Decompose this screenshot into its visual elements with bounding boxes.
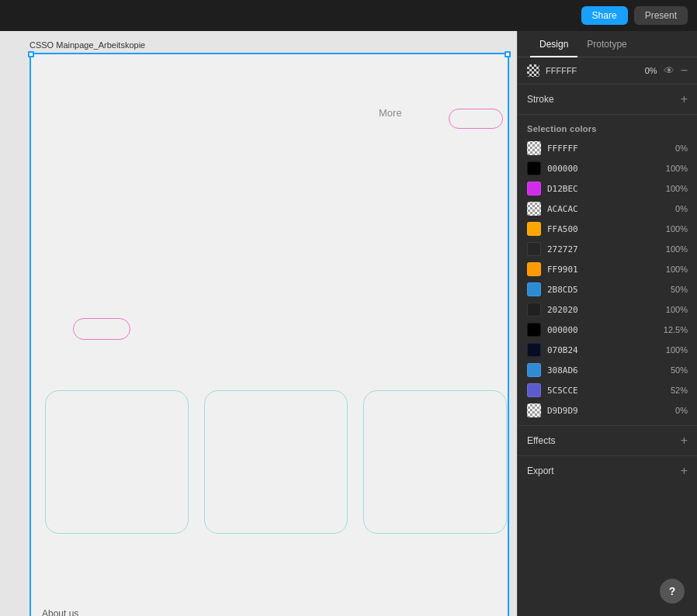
sc-hex-1: 000000	[547, 164, 660, 174]
sc-opacity-2: 100%	[666, 184, 688, 193]
sc-opacity-10: 100%	[666, 345, 688, 355]
sc-swatch-7	[527, 282, 541, 296]
canvas-content: More About us Team CSSO	[29, 53, 509, 616]
fill-hex: FFFFFF	[546, 66, 639, 75]
add-effect-icon[interactable]: +	[681, 434, 688, 448]
pill-large[interactable]	[449, 109, 503, 129]
panel-tabs: Design Prototype	[518, 31, 697, 57]
selection-colors-list: FFFFFF0%000000100%D12BEC100%ACACAC0%FFA5…	[518, 138, 697, 420]
remove-fill-icon[interactable]: −	[681, 64, 688, 78]
sc-hex-11: 308AD6	[547, 365, 664, 375]
sc-hex-4: FFA500	[547, 224, 660, 234]
sc-item-11[interactable]: 308AD650%	[518, 360, 697, 380]
add-stroke-icon[interactable]: +	[681, 92, 688, 106]
sc-opacity-5: 100%	[666, 244, 688, 254]
sc-hex-3: ACACAC	[547, 204, 669, 214]
sc-swatch-8	[527, 303, 541, 317]
visibility-icon[interactable]: 👁	[664, 64, 674, 77]
export-section: Export +	[518, 455, 697, 486]
main-area: CSSO Mainpage_Arbeitskopie More About us…	[0, 31, 697, 616]
sc-swatch-9	[527, 323, 541, 337]
sc-hex-0: FFFFFF	[547, 144, 669, 154]
sc-item-5[interactable]: 272727100%	[518, 239, 697, 259]
sc-item-12[interactable]: 5C5CCE52%	[518, 380, 697, 400]
sc-item-8[interactable]: 202020100%	[518, 299, 697, 320]
selection-colors-section: Selection colors FFFFFF0%000000100%D12BE…	[518, 115, 697, 425]
fill-opacity: 0%	[645, 66, 657, 75]
sc-opacity-6: 100%	[666, 265, 688, 274]
canvas[interactable]: CSSO Mainpage_Arbeitskopie More About us…	[0, 31, 517, 616]
sc-item-9[interactable]: 00000012.5%	[518, 320, 697, 340]
sc-opacity-12: 52%	[671, 386, 688, 395]
sc-item-2[interactable]: D12BEC100%	[518, 178, 697, 199]
fill-swatch[interactable]	[527, 64, 539, 77]
sc-hex-9: 000000	[547, 325, 657, 335]
sc-swatch-1	[527, 161, 541, 175]
stroke-label: Stroke	[527, 94, 554, 105]
sc-opacity-3: 0%	[675, 204, 688, 213]
sc-swatch-12	[527, 383, 541, 397]
sc-hex-2: D12BEC	[547, 184, 660, 194]
sc-swatch-5	[527, 242, 541, 256]
sc-item-10[interactable]: 070B24100%	[518, 340, 697, 360]
sc-item-6[interactable]: FF9901100%	[518, 259, 697, 279]
sc-opacity-8: 100%	[666, 305, 688, 314]
sc-item-13[interactable]: D9D9D90%	[518, 400, 697, 420]
add-export-icon[interactable]: +	[681, 464, 688, 478]
fill-row: FFFFFF 0% 👁 −	[518, 57, 697, 85]
sc-swatch-checker-3	[527, 202, 541, 216]
sc-hex-5: 272727	[547, 244, 660, 254]
sc-opacity-9: 12.5%	[664, 325, 688, 334]
sc-opacity-11: 50%	[671, 365, 688, 375]
sc-opacity-4: 100%	[666, 224, 688, 234]
effects-section: Effects +	[518, 425, 697, 455]
card-2[interactable]	[204, 390, 348, 534]
sc-item-1[interactable]: 000000100%	[518, 158, 697, 178]
sc-hex-8: 202020	[547, 305, 660, 315]
sc-swatch-4	[527, 222, 541, 236]
tab-design[interactable]: Design	[530, 31, 577, 57]
sc-swatch-6	[527, 262, 541, 276]
sc-hex-6: FF9901	[547, 265, 660, 275]
sc-hex-13: D9D9D9	[547, 406, 669, 416]
about-label: About us	[42, 608, 78, 616]
help-button[interactable]: ?	[660, 579, 685, 604]
sc-swatch-10	[527, 343, 541, 357]
topbar: Share Present	[0, 0, 697, 31]
more-text: More	[379, 107, 402, 119]
sc-opacity-7: 50%	[671, 285, 688, 294]
right-panel: Design Prototype FFFFFF 0% 👁 − Stroke + …	[517, 31, 697, 616]
share-button[interactable]: Share	[581, 6, 628, 25]
sc-swatch-11	[527, 363, 541, 377]
export-label: Export	[527, 465, 554, 476]
card-3[interactable]	[363, 390, 507, 534]
frame-label: CSSO Mainpage_Arbeitskopie	[29, 40, 145, 50]
sc-opacity-13: 0%	[675, 406, 688, 415]
sc-hex-7: 2B8CD5	[547, 285, 664, 295]
sc-item-7[interactable]: 2B8CD550%	[518, 279, 697, 299]
sc-item-4[interactable]: FFA500100%	[518, 219, 697, 239]
pill-small[interactable]	[73, 318, 130, 340]
sc-swatch-checker-13	[527, 403, 541, 417]
selection-colors-label: Selection colors	[518, 119, 697, 138]
effects-label: Effects	[527, 435, 555, 446]
sc-opacity-0: 0%	[675, 144, 688, 153]
present-button[interactable]: Present	[634, 6, 688, 25]
stroke-section: Stroke +	[518, 85, 697, 115]
sc-item-3[interactable]: ACACAC0%	[518, 199, 697, 219]
sc-swatch-checker-0	[527, 141, 541, 155]
tab-prototype[interactable]: Prototype	[577, 31, 636, 57]
sc-item-0[interactable]: FFFFFF0%	[518, 138, 697, 158]
sc-hex-10: 070B24	[547, 345, 660, 355]
card-1[interactable]	[45, 390, 189, 534]
sc-opacity-1: 100%	[666, 164, 688, 173]
sc-hex-12: 5C5CCE	[547, 386, 664, 396]
sc-swatch-2	[527, 182, 541, 196]
